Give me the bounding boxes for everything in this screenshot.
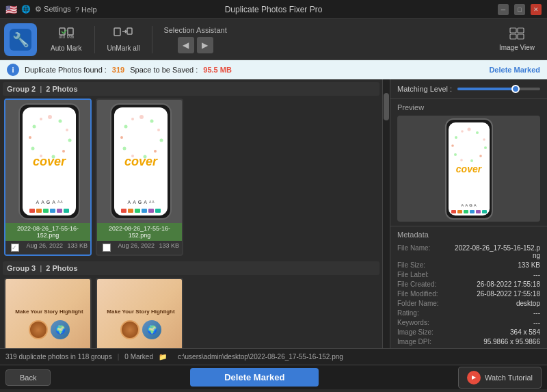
selection-assistant-icons: ◀ ▶ [178,37,213,53]
metadata-section: Metadata File Name:2022-08-26_17-55-16-1… [390,226,547,348]
svg-point-41 [454,153,457,156]
matching-level-slider[interactable] [457,88,540,90]
info-bar: i Duplicate Photos found : 319 Space to … [0,60,547,79]
auto-mark-label: Auto Mark [51,44,82,52]
group-2-label: Group 2 [7,85,36,93]
meta-value: 26-08-2022 17:55:18 [477,280,540,288]
watch-tutorial-button[interactable]: ▶ Watch Tutorial [458,367,542,389]
watch-tutorial-label: Watch Tutorial [485,374,533,382]
photo-2-date: Aug 26, 2022 [118,242,155,253]
unmark-all-button[interactable]: UnMark all [101,23,147,57]
story-content-1: Make Your Story Highlight 🌍 [5,279,92,348]
selection-next-button[interactable]: ▶ [197,37,213,53]
scrollbar[interactable] [383,79,390,348]
svg-rect-8 [518,28,524,33]
photo-2-size: 133 KB [159,242,179,253]
svg-point-31 [120,136,123,139]
meta-key: Keywords: [397,319,452,326]
auto-mark-icon: Auto Mark [59,27,74,43]
svg-text:🔧: 🔧 [12,31,29,48]
preview-section: Preview [390,99,547,226]
delete-marked-button[interactable]: Delete Marked [190,368,319,387]
svg-point-23 [139,115,144,119]
bottom-bar: Back Delete Marked ▶ Watch Tutorial [0,365,547,389]
status-bar: 319 duplicate photos in 118 groups | 0 M… [0,348,547,365]
svg-point-12 [48,115,52,119]
photo-2-checkbox[interactable] [103,244,111,252]
back-button[interactable]: Back [5,369,51,386]
svg-point-39 [470,159,473,162]
minimize-button[interactable]: ─ [498,4,509,15]
photo-1-checkbox[interactable]: ✓ [11,244,19,252]
status-total: 319 duplicate photos in 118 groups [5,353,112,361]
meta-value: 32 [533,348,540,349]
meta-key: File Created: [397,280,452,288]
meta-key: Image Size: [397,328,452,336]
group-2-count: 2 Photos [46,85,77,93]
toolbar-divider-1 [94,26,95,53]
image-view-button[interactable]: Image View [491,23,543,57]
svg-rect-5 [114,28,120,36]
meta-key: Image DPI: [397,338,452,345]
story-content-2: Make Your Story Highlight 🌍 [97,279,183,348]
help-button[interactable]: ? Help [75,5,97,14]
metadata-row: File Label:--- [397,270,540,279]
metadata-row: Image DPI:95.9866 x 95.9866 [397,337,540,346]
app-logo: 🔧 [4,23,37,56]
settings-button[interactable]: ⚙ Settings [35,5,71,14]
preview-image: cover AAGA [397,116,540,222]
photo-1-meta: ✓ Aug 26, 2022 133 KB [5,241,90,254]
delete-marked-link[interactable]: Delete Marked [489,66,540,74]
svg-point-43 [455,136,457,139]
meta-value: 364 x 584 [510,328,540,336]
group-2-header: Group 2 | 2 Photos [3,82,379,96]
app-title: Duplicate Photos Fixer Pro [225,5,323,14]
title-bar-left: 🇺🇸 🌐 ⚙ Settings ? Help [5,4,97,15]
photo-card-2[interactable]: cover AAGAA A [96,99,183,256]
photo-1-size: 133 KB [67,242,88,253]
metadata-row: File Name:2022-08-26_17-55-16-152.png [397,243,540,260]
slider-fill [457,88,516,90]
right-panel: Matching Level : Preview [390,79,547,348]
svg-point-32 [124,125,128,129]
group-2-photos: cover A [3,99,379,256]
svg-point-40 [460,159,463,161]
metadata-row: File Modified:26-08-2022 17:55:18 [397,289,540,298]
svg-point-38 [479,155,482,157]
meta-value: --- [533,309,540,317]
svg-point-14 [66,129,68,131]
meta-key: File Label: [397,271,452,278]
story-card-2[interactable]: Make Your Story Highlight 🌍 [96,278,183,348]
meta-key: File Name: [397,244,452,259]
story-card-1[interactable]: Make Your Story Highlight 🌍 [4,278,92,348]
story-title-1: Make Your Story Highlight [15,309,83,315]
svg-point-19 [31,147,35,151]
slider-thumb [511,85,520,93]
unmark-icon [114,27,133,43]
toolbar-divider-2 [152,26,152,53]
image-view-icon [509,27,524,42]
meta-key: File Modified: [397,290,452,298]
metadata-row: File Created:26-08-2022 17:55:18 [397,279,540,289]
metadata-row: Folder Name:desktop [397,298,540,308]
photo-card-1[interactable]: cover A [4,99,92,256]
close-button[interactable]: ✕ [531,4,542,15]
maximize-button[interactable]: □ [514,4,525,15]
scroll-thumb[interactable] [384,93,389,120]
photo-list[interactable]: Group 2 | 2 Photos [0,79,383,348]
auto-mark-button[interactable]: Auto Mark Auto Mark [44,23,89,57]
selection-assistant-label: Selection Assistant [163,26,226,34]
story-title-2: Make Your Story Highlight [107,309,174,315]
svg-point-21 [33,125,36,129]
meta-value: 26-08-2022 17:55:18 [477,290,540,298]
selection-prev-button[interactable]: ◀ [178,37,194,53]
svg-point-36 [483,138,485,141]
meta-value: --- [533,319,540,326]
play-icon: ▶ [467,371,481,384]
metadata-row: Bit Depth:32 [397,346,540,348]
story-thumb-1: Make Your Story Highlight 🌍 [5,279,92,348]
svg-point-20 [29,136,31,139]
group-3-count: 2 Photos [46,264,77,272]
photo-1-date: Aug 26, 2022 [26,242,63,253]
metadata-row: Rating:--- [397,308,540,317]
